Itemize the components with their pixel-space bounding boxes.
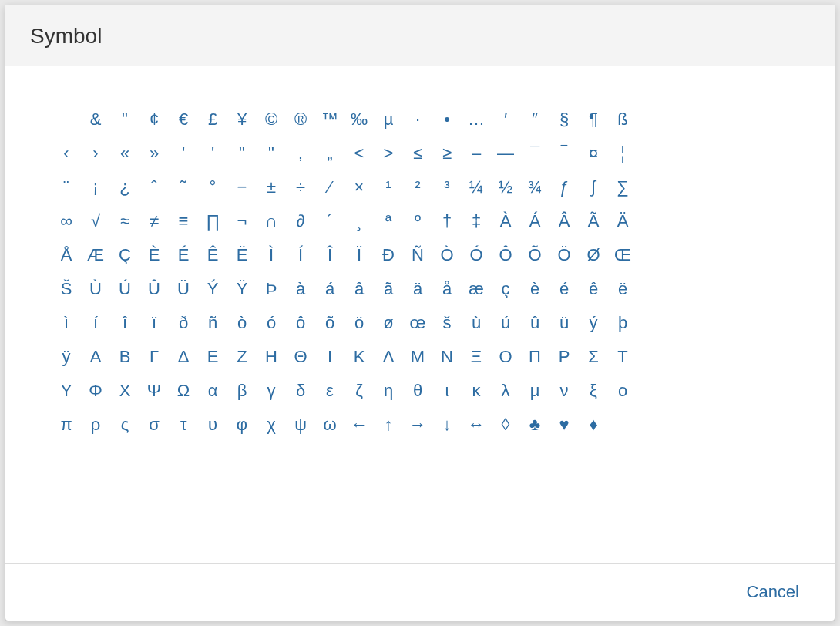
symbol-cell[interactable]: ê bbox=[579, 274, 608, 304]
symbol-cell[interactable]: ð bbox=[169, 308, 198, 338]
symbol-cell[interactable]: → bbox=[403, 410, 432, 439]
symbol-cell[interactable]: χ bbox=[257, 410, 286, 439]
symbol-cell[interactable]: σ bbox=[139, 410, 169, 439]
symbol-cell[interactable]: õ bbox=[315, 308, 344, 338]
symbol-cell[interactable]: ¹ bbox=[374, 173, 403, 202]
symbol-cell[interactable]: ← bbox=[344, 410, 374, 439]
symbol-cell[interactable]: ‚ bbox=[286, 139, 315, 168]
symbol-cell[interactable]: Ñ bbox=[403, 241, 432, 270]
symbol-cell[interactable]: Ä bbox=[608, 207, 637, 236]
symbol-cell[interactable]: Μ bbox=[403, 342, 432, 372]
symbol-cell[interactable]: Ì bbox=[257, 241, 286, 270]
symbol-cell[interactable]: ' bbox=[198, 139, 227, 168]
symbol-cell[interactable]: ü bbox=[549, 308, 579, 338]
symbol-cell[interactable]: ↓ bbox=[432, 410, 462, 439]
symbol-cell[interactable]: Œ bbox=[608, 241, 637, 270]
symbol-cell[interactable]: Χ bbox=[110, 376, 139, 406]
symbol-cell[interactable]: ↔ bbox=[462, 410, 491, 439]
symbol-cell[interactable]: Ι bbox=[315, 342, 344, 372]
symbol-cell[interactable]: " bbox=[227, 139, 257, 168]
symbol-cell[interactable]: μ bbox=[520, 376, 549, 406]
symbol-cell[interactable]: √ bbox=[81, 207, 110, 236]
symbol-cell[interactable]: Ù bbox=[81, 274, 110, 304]
symbol-cell[interactable]: ‹ bbox=[52, 139, 81, 168]
symbol-cell[interactable]: ¡ bbox=[81, 173, 110, 202]
symbol-cell[interactable]: ε bbox=[315, 376, 344, 406]
symbol-cell[interactable]: Η bbox=[257, 342, 286, 372]
symbol-cell[interactable]: à bbox=[286, 274, 315, 304]
symbol-cell[interactable]: Φ bbox=[81, 376, 110, 406]
symbol-cell[interactable]: ® bbox=[286, 105, 315, 134]
symbol-cell[interactable]: τ bbox=[169, 410, 198, 439]
symbol-cell[interactable]: À bbox=[491, 207, 520, 236]
symbol-cell[interactable]: … bbox=[462, 105, 491, 134]
symbol-cell[interactable]: ÷ bbox=[286, 173, 315, 202]
symbol-cell[interactable]: ≤ bbox=[403, 139, 432, 168]
symbol-cell[interactable]: ′ bbox=[491, 105, 520, 134]
symbol-cell[interactable]: Τ bbox=[608, 342, 637, 372]
symbol-cell[interactable]: ¥ bbox=[227, 105, 257, 134]
symbol-cell[interactable]: ´ bbox=[315, 207, 344, 236]
symbol-cell[interactable]: ∫ bbox=[579, 173, 608, 202]
symbol-cell[interactable]: è bbox=[520, 274, 549, 304]
symbol-cell[interactable]: â bbox=[344, 274, 374, 304]
symbol-cell[interactable]: ♥ bbox=[549, 410, 579, 439]
symbol-cell[interactable]: ú bbox=[491, 308, 520, 338]
symbol-cell[interactable]: ω bbox=[315, 410, 344, 439]
symbol-cell[interactable]: Æ bbox=[81, 241, 110, 270]
symbol-cell[interactable]: ≡ bbox=[169, 207, 198, 236]
symbol-cell[interactable]: ξ bbox=[579, 376, 608, 406]
symbol-cell[interactable]: ζ bbox=[344, 376, 374, 406]
symbol-cell[interactable]: Â bbox=[549, 207, 579, 236]
symbol-cell[interactable]: ï bbox=[139, 308, 169, 338]
symbol-cell[interactable]: › bbox=[81, 139, 110, 168]
symbol-cell[interactable]: Þ bbox=[257, 274, 286, 304]
symbol-cell[interactable]: ⁄ bbox=[315, 173, 344, 202]
symbol-cell[interactable]: Κ bbox=[344, 342, 374, 372]
symbol-cell[interactable]: Β bbox=[110, 342, 139, 372]
symbol-cell[interactable]: ∑ bbox=[608, 173, 637, 202]
symbol-cell[interactable]: Ξ bbox=[462, 342, 491, 372]
symbol-cell[interactable]: Ü bbox=[169, 274, 198, 304]
symbol-cell[interactable]: ™ bbox=[315, 105, 344, 134]
symbol-cell[interactable]: Ψ bbox=[139, 376, 169, 406]
symbol-cell[interactable]: Ν bbox=[432, 342, 462, 372]
symbol-cell[interactable]: Î bbox=[315, 241, 344, 270]
symbol-cell[interactable]: „ bbox=[315, 139, 344, 168]
symbol-cell[interactable]: Π bbox=[520, 342, 549, 372]
symbol-cell[interactable]: < bbox=[344, 139, 374, 168]
symbol-cell[interactable]: « bbox=[110, 139, 139, 168]
symbol-cell[interactable]: Ρ bbox=[549, 342, 579, 372]
symbol-cell[interactable]: ã bbox=[374, 274, 403, 304]
symbol-cell[interactable]: ‡ bbox=[462, 207, 491, 236]
symbol-cell[interactable]: ‾ bbox=[549, 139, 579, 168]
symbol-cell[interactable]: ñ bbox=[198, 308, 227, 338]
symbol-cell[interactable]: ° bbox=[198, 173, 227, 202]
symbol-cell[interactable]: Á bbox=[520, 207, 549, 236]
symbol-cell[interactable]: ö bbox=[344, 308, 374, 338]
symbol-cell[interactable]: Ý bbox=[198, 274, 227, 304]
symbol-cell[interactable]: ½ bbox=[491, 173, 520, 202]
symbol-cell[interactable]: Ζ bbox=[227, 342, 257, 372]
symbol-cell[interactable]: Ê bbox=[198, 241, 227, 270]
symbol-cell[interactable]: ÿ bbox=[52, 342, 81, 372]
symbol-cell[interactable]: ς bbox=[110, 410, 139, 439]
symbol-cell[interactable]: ò bbox=[227, 308, 257, 338]
symbol-cell[interactable]: é bbox=[549, 274, 579, 304]
symbol-cell[interactable]: ä bbox=[403, 274, 432, 304]
symbol-cell[interactable]: Ω bbox=[169, 376, 198, 406]
symbol-cell[interactable]: η bbox=[374, 376, 403, 406]
symbol-cell[interactable]: ¯ bbox=[520, 139, 549, 168]
symbol-cell[interactable]: Đ bbox=[374, 241, 403, 270]
symbol-cell[interactable]: ◊ bbox=[491, 410, 520, 439]
symbol-cell[interactable]: ² bbox=[403, 173, 432, 202]
symbol-cell[interactable]: γ bbox=[257, 376, 286, 406]
symbol-cell[interactable]: ¼ bbox=[462, 173, 491, 202]
symbol-cell[interactable]: φ bbox=[227, 410, 257, 439]
symbol-cell[interactable]: ³ bbox=[432, 173, 462, 202]
symbol-cell[interactable]: Α bbox=[81, 342, 110, 372]
symbol-cell[interactable]: ë bbox=[608, 274, 637, 304]
symbol-cell[interactable]: ¢ bbox=[139, 105, 169, 134]
symbol-cell[interactable]: © bbox=[257, 105, 286, 134]
symbol-cell[interactable]: Ÿ bbox=[227, 274, 257, 304]
